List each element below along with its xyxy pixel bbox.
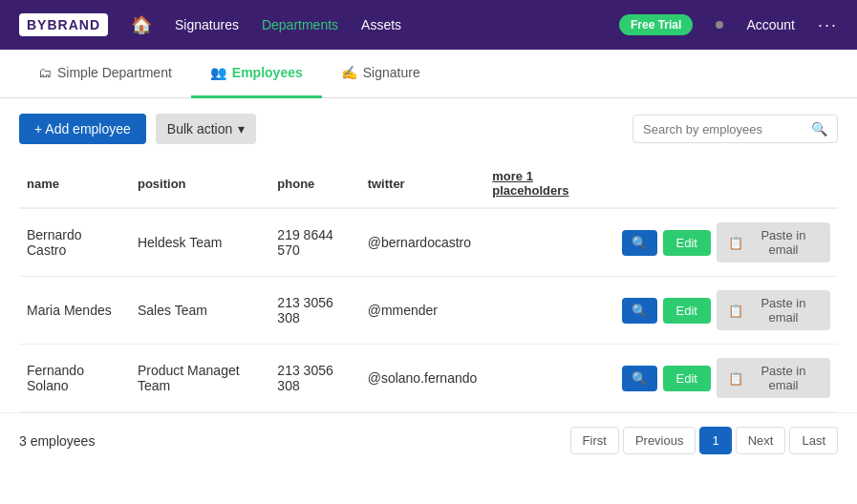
nav-signatures[interactable]: Signatures — [175, 17, 239, 32]
col-header-actions — [614, 159, 839, 208]
paste-icon: 📋 — [728, 236, 743, 250]
row-edit-button[interactable]: Edit — [663, 366, 711, 391]
tab-bar: 🗂 Simple Department 👥 Employees ✍ Signat… — [0, 50, 857, 98]
employees-icon: 👥 — [210, 65, 226, 80]
tab-simple-department[interactable]: 🗂 Simple Department — [19, 50, 191, 98]
col-header-position: position — [130, 159, 269, 208]
cell-twitter: @bernardocastro — [360, 208, 485, 277]
search-box: 🔍 — [632, 115, 838, 143]
table-header-row: name position phone twitter more 1 place… — [19, 159, 838, 208]
cell-twitter: @mmender — [360, 277, 485, 345]
row-paste-button[interactable]: 📋 Paste in email — [717, 358, 830, 398]
paste-icon: 📋 — [728, 304, 743, 318]
simple-department-icon: 🗂 — [38, 65, 52, 80]
pagination: First Previous 1 Next Last — [570, 427, 838, 454]
search-icon: 🔍 — [811, 121, 827, 136]
employees-table-container: name position phone twitter more 1 place… — [0, 159, 857, 412]
cell-phone: 213 3056 308 — [269, 277, 359, 345]
nav-departments[interactable]: Departments — [262, 17, 338, 32]
employees-table: name position phone twitter more 1 place… — [19, 159, 838, 412]
cell-placeholders — [484, 208, 613, 277]
cell-name: Bernardo Castro — [19, 208, 130, 277]
pagination-next[interactable]: Next — [736, 427, 786, 454]
main-content: 🗂 Simple Department 👥 Employees ✍ Signat… — [0, 50, 857, 504]
cell-name: Fernando Solano — [19, 345, 130, 412]
col-header-phone: phone — [269, 159, 359, 208]
tab-employees[interactable]: 👥 Employees — [191, 50, 322, 98]
pagination-first[interactable]: First — [570, 427, 619, 454]
cell-position: Heldesk Team — [130, 208, 269, 277]
cell-actions: 🔍 Edit 📋 Paste in email — [614, 277, 839, 345]
row-edit-button[interactable]: Edit — [663, 298, 711, 324]
account-link[interactable]: Account — [746, 17, 795, 32]
row-search-button[interactable]: 🔍 — [622, 298, 657, 324]
employees-count: 3 employees — [19, 433, 95, 449]
table-footer: 3 employees First Previous 1 Next Last — [0, 412, 857, 468]
cell-actions: 🔍 Edit 📋 Paste in email — [614, 345, 839, 412]
cell-phone: 213 3056 308 — [269, 345, 359, 412]
cell-position: Product Managet Team — [130, 345, 269, 412]
cell-actions: 🔍 Edit 📋 Paste in email — [614, 208, 839, 277]
chevron-down-icon: ▾ — [238, 121, 245, 136]
row-edit-button[interactable]: Edit — [663, 230, 711, 256]
cell-placeholders — [484, 345, 613, 412]
cell-placeholders — [484, 277, 613, 345]
col-header-name: name — [19, 159, 130, 208]
cell-position: Sales Team — [130, 277, 269, 345]
home-icon[interactable]: 🏠 — [131, 14, 152, 35]
pagination-previous[interactable]: Previous — [623, 427, 696, 454]
pagination-current[interactable]: 1 — [699, 427, 731, 454]
row-paste-button[interactable]: 📋 Paste in email — [717, 222, 830, 262]
col-header-placeholders[interactable]: more 1 placeholders — [484, 159, 613, 208]
table-row: Bernardo Castro Heldesk Team 219 8644 57… — [19, 208, 838, 277]
table-row: Maria Mendes Sales Team 213 3056 308 @mm… — [19, 277, 838, 345]
nav-assets[interactable]: Assets — [361, 17, 401, 32]
bulk-action-button[interactable]: Bulk action ▾ — [156, 114, 256, 144]
cell-name: Maria Mendes — [19, 277, 130, 345]
paste-icon: 📋 — [728, 371, 743, 386]
more-options-icon[interactable]: ··· — [818, 15, 838, 35]
row-paste-button[interactable]: 📋 Paste in email — [717, 290, 830, 330]
cell-phone: 219 8644 570 — [269, 208, 359, 277]
cell-twitter: @solano.fernando — [360, 345, 485, 412]
logo[interactable]: BYBRAND — [19, 13, 108, 36]
row-search-button[interactable]: 🔍 — [622, 230, 657, 256]
navbar: BYBRAND 🏠 Signatures Departments Assets … — [0, 0, 857, 50]
col-header-twitter: twitter — [360, 159, 485, 208]
pagination-last[interactable]: Last — [789, 427, 838, 454]
search-input[interactable] — [643, 122, 803, 136]
signature-icon: ✍ — [341, 65, 357, 80]
add-employee-button[interactable]: + Add employee — [19, 114, 146, 144]
free-trial-badge[interactable]: Free Trial — [619, 14, 693, 35]
table-row: Fernando Solano Product Managet Team 213… — [19, 345, 838, 412]
tab-signature[interactable]: ✍ Signature — [322, 50, 439, 98]
toolbar: + Add employee Bulk action ▾ 🔍 — [0, 98, 857, 159]
status-dot — [716, 21, 723, 29]
row-search-button[interactable]: 🔍 — [622, 366, 657, 391]
